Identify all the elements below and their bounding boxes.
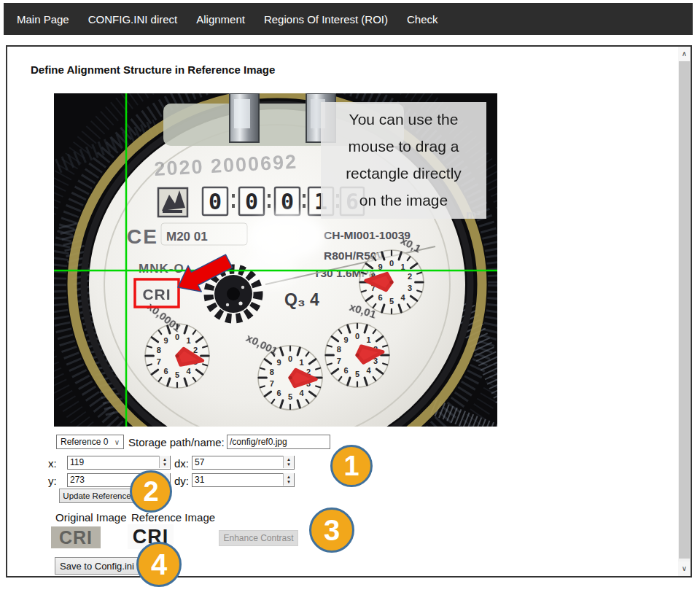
dial-x0-01: 0123456789 bbox=[325, 323, 389, 387]
svg-text:3: 3 bbox=[408, 284, 412, 292]
svg-text:9: 9 bbox=[163, 336, 168, 345]
dial-x0-1: 0123456789 bbox=[359, 250, 424, 314]
nav-alignment[interactable]: Alignment bbox=[187, 13, 254, 26]
dy-label: dy: bbox=[174, 475, 189, 487]
x-label: x: bbox=[48, 457, 57, 470]
ce-mark: CE bbox=[127, 225, 158, 248]
nav-check[interactable]: Check bbox=[397, 13, 448, 26]
reference-select[interactable]: Reference 0 ∨ bbox=[56, 435, 124, 449]
storage-path-input[interactable] bbox=[227, 435, 330, 449]
svg-text:5: 5 bbox=[175, 370, 179, 379]
nav-main-page[interactable]: Main Page bbox=[7, 13, 79, 26]
svg-text:1: 1 bbox=[299, 358, 303, 367]
svg-text:2: 2 bbox=[408, 272, 412, 281]
x-spinner[interactable]: ▲▼ bbox=[159, 456, 170, 468]
brand-label: MNK-O bbox=[139, 262, 184, 276]
svg-text:5: 5 bbox=[288, 392, 292, 401]
svg-text:6: 6 bbox=[378, 293, 382, 302]
storage-path-label: Storage path/name: bbox=[128, 436, 225, 448]
reference-select-value: Reference 0 bbox=[61, 437, 108, 447]
svg-text:7: 7 bbox=[270, 379, 274, 388]
svg-text:4: 4 bbox=[366, 366, 371, 375]
svg-text:5: 5 bbox=[355, 370, 359, 378]
hint-line: mouse to drag a bbox=[321, 133, 486, 160]
step-badge-4: 4 bbox=[136, 542, 182, 587]
svg-text:2: 2 bbox=[193, 346, 198, 354]
svg-text:8: 8 bbox=[337, 345, 341, 354]
x-value-field[interactable] bbox=[67, 456, 171, 470]
svg-text:0: 0 bbox=[288, 354, 292, 363]
dx-spinner[interactable]: ▲▼ bbox=[283, 456, 294, 468]
svg-text:1: 1 bbox=[366, 335, 370, 344]
original-image-label: Original Image bbox=[55, 511, 127, 524]
dy-value-field[interactable] bbox=[192, 473, 295, 487]
drag-hint-overlay: You can use the mouse to drag a rectangl… bbox=[321, 102, 486, 219]
step-badge-3: 3 bbox=[309, 508, 354, 553]
svg-text:4: 4 bbox=[400, 293, 405, 302]
dial-x0-0001: 0123456789 bbox=[145, 324, 209, 388]
chevron-down-icon: ∨ bbox=[114, 438, 120, 446]
dy-spinner[interactable]: ▲▼ bbox=[283, 473, 294, 486]
reference-image-label: Reference Image bbox=[131, 511, 215, 524]
hint-line: You can use the bbox=[321, 106, 486, 133]
svg-text:4: 4 bbox=[186, 367, 191, 376]
svg-text:6: 6 bbox=[276, 389, 281, 397]
x-input[interactable]: ▲▼ bbox=[67, 455, 171, 470]
scroll-down-icon[interactable]: ∨ bbox=[678, 561, 691, 576]
enhance-contrast-button[interactable]: Enhance Contrast bbox=[219, 530, 298, 546]
svg-text:8: 8 bbox=[157, 346, 161, 354]
svg-text:0: 0 bbox=[389, 259, 394, 268]
svg-text:1: 1 bbox=[186, 336, 190, 345]
reference-image-canvas[interactable]: 2020 2000692 0 0 0 1 6 bbox=[54, 93, 497, 427]
counter-digit: 0 bbox=[209, 189, 222, 214]
scrollbar-thumb[interactable] bbox=[679, 61, 690, 559]
svg-text:7: 7 bbox=[157, 357, 161, 366]
svg-text:4: 4 bbox=[299, 389, 304, 397]
original-image-thumbnail: CRI bbox=[51, 526, 101, 548]
nav-roi[interactable]: Regions Of Interest (ROI) bbox=[254, 13, 397, 26]
svg-text:8: 8 bbox=[270, 368, 274, 376]
page-title: Define Alignment Structure in Reference … bbox=[31, 63, 275, 76]
flow-label: Q₃ 4 bbox=[284, 290, 319, 309]
dial-x0-001: 0123456789 bbox=[258, 346, 322, 410]
cri-text: CRI bbox=[142, 286, 171, 303]
svg-text:9: 9 bbox=[276, 358, 281, 367]
svg-text:0: 0 bbox=[355, 332, 359, 341]
step-badge-1: 1 bbox=[330, 445, 373, 487]
svg-text:9: 9 bbox=[343, 335, 348, 344]
type-line1: CH-MI001-10039 bbox=[324, 229, 411, 241]
hint-line: on the image bbox=[321, 187, 486, 214]
counter-digit: 0 bbox=[281, 189, 294, 214]
counter-digit: 0 bbox=[245, 189, 258, 214]
svg-text:7: 7 bbox=[337, 357, 341, 365]
y-label: y: bbox=[48, 475, 57, 487]
svg-text:6: 6 bbox=[163, 367, 168, 376]
step-badge-2: 2 bbox=[130, 470, 172, 513]
nav-config-ini[interactable]: CONFIG.INI direct bbox=[79, 13, 187, 26]
dx-label: dx: bbox=[174, 457, 189, 470]
scrollbar[interactable]: ∧ ∨ bbox=[678, 47, 691, 576]
hint-line: rectangle directly bbox=[321, 160, 486, 187]
update-reference-button[interactable]: Update Reference bbox=[59, 489, 135, 503]
svg-text:5: 5 bbox=[389, 297, 394, 306]
scroll-up-icon[interactable]: ∧ bbox=[678, 47, 691, 61]
dy-input[interactable]: ▲▼ bbox=[192, 472, 295, 487]
dx-value-field[interactable] bbox=[192, 456, 295, 470]
save-to-config-button[interactable]: Save to Config.ini bbox=[55, 557, 139, 575]
svg-text:6: 6 bbox=[343, 366, 348, 375]
dx-input[interactable]: ▲▼ bbox=[192, 455, 295, 470]
approval-mark: M20 01 bbox=[166, 230, 208, 244]
top-nav: Main Page CONFIG.INI direct Alignment Re… bbox=[4, 3, 693, 35]
